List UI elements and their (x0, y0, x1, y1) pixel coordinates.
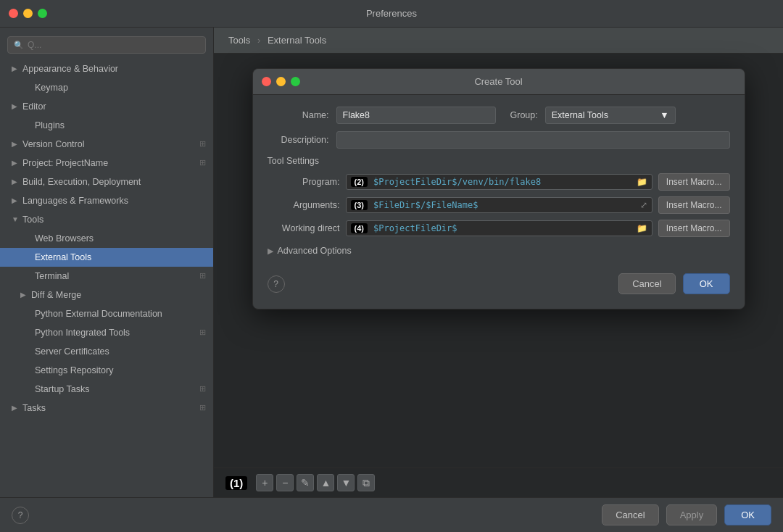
sidebar-icon-right-startup-tasks: ⊞ (199, 383, 206, 396)
sidebar-item-languages[interactable]: ▶Languages & Frameworks (0, 191, 213, 210)
sidebar-label-settings-repo: Settings Repository (35, 363, 113, 378)
sidebar-item-python-int-tools[interactable]: Python Integrated Tools⊞ (0, 323, 213, 342)
window-title: Preferences (366, 8, 417, 19)
sidebar-item-tasks[interactable]: ▶Tasks⊞ (0, 399, 213, 417)
sidebar-item-keymap[interactable]: Keymap (0, 78, 213, 97)
create-tool-dialog: Create Tool Name: Group: External Tools … (252, 68, 745, 309)
sidebar-items-container: ▶Appearance & BehaviorKeymap▶EditorPlugi… (0, 59, 213, 417)
sidebar-item-project[interactable]: ▶Project: ProjectName⊞ (0, 154, 213, 173)
arguments-expand-icon[interactable]: ⤢ (640, 200, 647, 210)
minimize-button[interactable] (23, 9, 33, 18)
close-button[interactable] (9, 9, 18, 18)
sidebar-arrow-editor: ▶ (12, 101, 19, 112)
sidebar-label-tools: Tools (22, 212, 44, 227)
down-icon: ▼ (341, 477, 351, 489)
group-dropdown-icon: ▼ (660, 110, 668, 120)
program-browse-icon[interactable]: 📁 (637, 177, 647, 187)
arguments-badge: (3) (351, 200, 368, 210)
sidebar-item-server-certs[interactable]: Server Certificates (0, 342, 213, 361)
tool-settings-title: Tool Settings (268, 156, 730, 166)
sidebar-item-plugins[interactable]: Plugins (0, 116, 213, 135)
sidebar-item-web-browsers[interactable]: Web Browsers (0, 229, 213, 248)
remove-tool-button[interactable]: − (276, 474, 294, 491)
name-input[interactable] (336, 107, 496, 124)
sidebar-icon-right-version-control: ⊞ (199, 138, 206, 151)
working-dir-browse-icon[interactable]: 📁 (637, 223, 647, 233)
sidebar-item-editor[interactable]: ▶Editor (0, 97, 213, 116)
arguments-row: Arguments: (3) $FileDir$/$FileName$ ⤢ In… (268, 196, 730, 214)
modal-help-button[interactable]: ? (268, 275, 285, 293)
add-tool-button[interactable]: + (256, 474, 273, 491)
sidebar-item-tools[interactable]: ▼Tools (0, 210, 213, 229)
sidebar-label-languages: Languages & Frameworks (22, 194, 128, 208)
copy-icon: ⧉ (362, 477, 370, 489)
sidebar-item-settings-repo[interactable]: Settings Repository (0, 361, 213, 380)
sidebar-arrow-tools: ▼ (12, 214, 19, 225)
search-input[interactable] (28, 40, 199, 50)
advanced-options-toggle[interactable]: ▶ Advanced Options (268, 246, 730, 256)
search-box[interactable]: 🔍 (7, 36, 206, 54)
sidebar-label-web-browsers: Web Browsers (35, 231, 94, 246)
working-dir-insert-macro-button[interactable]: Insert Macro... (658, 220, 730, 237)
sidebar-item-startup-tasks[interactable]: Startup Tasks⊞ (0, 380, 213, 399)
sidebar-arrow-appearance: ▶ (12, 63, 19, 75)
search-icon: 🔍 (14, 41, 24, 50)
program-insert-macro-button[interactable]: Insert Macro... (658, 173, 730, 191)
content-toolbar: (1) + − ✎ ▲ ▼ ⧉ (214, 467, 783, 497)
modal-minimize-button[interactable] (276, 77, 286, 86)
apply-button[interactable]: Apply (666, 504, 718, 525)
move-down-button[interactable]: ▼ (337, 474, 355, 491)
sidebar-item-version-control[interactable]: ▶Version Control⊞ (0, 135, 213, 154)
modal-close-button[interactable] (262, 77, 271, 86)
copy-tool-button[interactable]: ⧉ (357, 474, 375, 491)
modal-cancel-button[interactable]: Cancel (618, 273, 675, 294)
bottom-help-button[interactable]: ? (12, 507, 29, 524)
group-select[interactable]: External Tools ▼ (545, 107, 676, 124)
modal-actions: Cancel OK (618, 273, 729, 294)
modal-overlay: Create Tool Name: Group: External Tools … (214, 54, 783, 497)
modal-titlebar: Create Tool (253, 69, 745, 95)
sidebar-label-external-tools: External Tools (35, 250, 91, 265)
content-inner: Create Tool Name: Group: External Tools … (214, 54, 783, 497)
cancel-button[interactable]: Cancel (602, 504, 658, 525)
sidebar-label-version-control: Version Control (22, 137, 84, 151)
sidebar-arrow-languages: ▶ (12, 195, 19, 207)
sidebar-arrow-project: ▶ (12, 157, 19, 169)
modal-ok-button[interactable]: OK (683, 273, 730, 294)
sidebar-label-keymap: Keymap (35, 80, 68, 95)
up-icon: ▲ (320, 477, 331, 489)
sidebar-item-build[interactable]: ▶Build, Execution, Deployment (0, 173, 213, 191)
sidebar-icon-right-project: ⊞ (199, 157, 206, 170)
bottom-bar: ? Cancel Apply OK (0, 497, 783, 532)
remove-icon: − (282, 477, 288, 489)
description-input[interactable] (336, 131, 730, 149)
working-dir-badge: (4) (351, 223, 368, 233)
sidebar-label-tasks: Tasks (22, 401, 46, 415)
arguments-value: $FileDir$/$FileName$ (373, 200, 637, 210)
add-icon: + (262, 477, 268, 489)
program-label: Program: (268, 177, 340, 187)
ok-button[interactable]: OK (724, 504, 771, 525)
arguments-input-wrap: (3) $FileDir$/$FileName$ ⤢ (346, 197, 652, 213)
sidebar-arrow-tasks: ▶ (12, 402, 19, 414)
working-dir-input-wrap: (4) $ProjectFileDir$ 📁 (346, 220, 652, 236)
sidebar-item-diff-merge[interactable]: ▶Diff & Merge (0, 286, 213, 304)
arguments-insert-macro-button[interactable]: Insert Macro... (658, 196, 730, 214)
sidebar-arrow-diff-merge: ▶ (20, 289, 28, 301)
modal-footer: ? Cancel OK (268, 267, 730, 294)
sidebar-item-appearance[interactable]: ▶Appearance & Behavior (0, 59, 213, 78)
maximize-button[interactable] (38, 9, 47, 18)
name-group-row: Name: Group: External Tools ▼ (268, 107, 730, 124)
move-up-button[interactable]: ▲ (317, 474, 334, 491)
breadcrumb-current: External Tools (268, 35, 326, 46)
sidebar-item-external-tools[interactable]: External Tools (0, 248, 213, 267)
toolbar-label-1: (1) (225, 476, 247, 490)
name-label: Name: (268, 110, 329, 120)
modal-maximize-button[interactable] (291, 77, 300, 86)
sidebar-item-terminal[interactable]: Terminal⊞ (0, 267, 213, 286)
content-area: Tools › External Tools Create Tool (214, 28, 783, 497)
sidebar-item-python-ext-doc[interactable]: Python External Documentation (0, 304, 213, 323)
sidebar-label-project: Project: ProjectName (22, 156, 108, 170)
edit-tool-button[interactable]: ✎ (297, 474, 314, 491)
modal-traffic-lights (262, 77, 300, 86)
